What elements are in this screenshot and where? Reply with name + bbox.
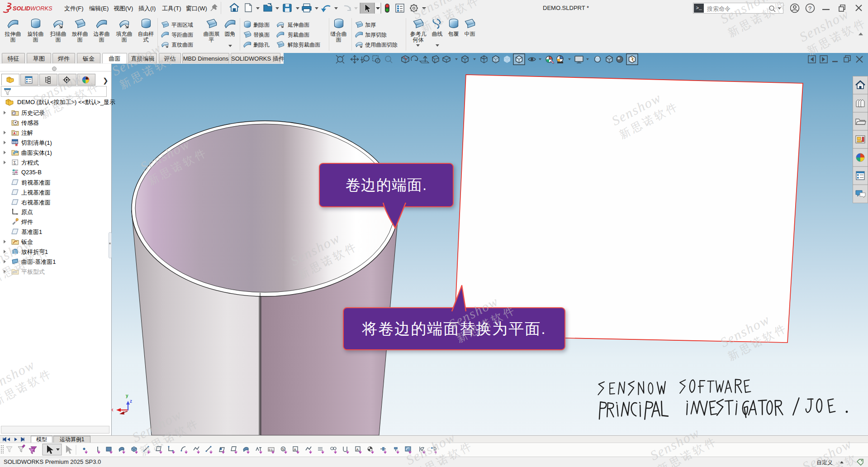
svg-text:A: A (13, 132, 15, 135)
svg-text:0.1: 0.1 (269, 448, 273, 451)
svg-text:?: ? (808, 5, 811, 12)
svg-text:SOLIDWORKS: SOLIDWORKS (13, 5, 52, 12)
svg-text:▦: ▦ (15, 143, 18, 146)
svg-text:Σ: Σ (14, 160, 16, 165)
